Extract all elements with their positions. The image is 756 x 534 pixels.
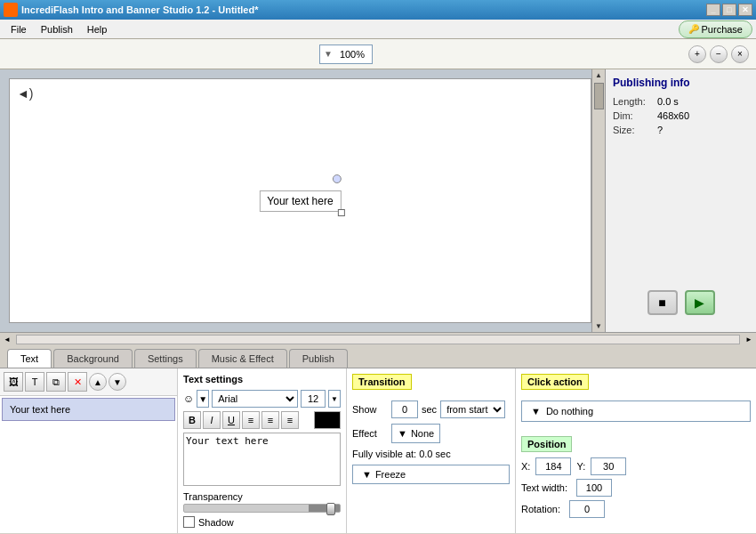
font-family-select[interactable]: Arial [212, 390, 298, 408]
purchase-button[interactable]: Purchase [679, 20, 752, 38]
effect-arrow-icon: ▼ [398, 428, 407, 439]
width-input[interactable] [576, 479, 612, 497]
align-center-button[interactable]: ≡ [261, 411, 279, 429]
y-input[interactable] [591, 457, 626, 475]
align-left-button[interactable]: ≡ [242, 411, 260, 429]
maximize-button[interactable]: □ [722, 4, 736, 16]
scroll-left-arrow[interactable]: ◄ [0, 334, 14, 345]
shadow-checkbox[interactable] [183, 516, 195, 528]
click-action-title: Click action [521, 374, 589, 390]
move-up-button[interactable]: ▲ [89, 373, 107, 391]
info-length-value: 0.0 s [657, 96, 679, 107]
x-input[interactable] [535, 457, 571, 475]
underline-button[interactable]: U [222, 411, 240, 429]
shadow-label: Shadow [198, 517, 234, 528]
font-size-arrow[interactable]: ▼ [328, 390, 341, 408]
text-settings-title: Text settings [183, 374, 341, 384]
play-button[interactable]: ▶ [685, 290, 715, 315]
font-type-dropdown[interactable]: ▼ [197, 390, 209, 408]
text-content: Your text here [267, 195, 333, 207]
info-dim-row: Dim: 468x60 [613, 110, 749, 121]
canvas-area: ◄) Your text here ▲ ▼ [0, 69, 605, 332]
show-sec-label: sec [422, 404, 437, 415]
stop-button[interactable]: ■ [647, 290, 678, 315]
canvas[interactable]: ◄) Your text here [9, 78, 591, 323]
add-text-button[interactable]: T [25, 372, 44, 392]
scrollbar-thumb[interactable] [594, 83, 604, 109]
zoom-reset-button[interactable]: × [731, 45, 749, 63]
transparency-label: Transparency [183, 491, 341, 502]
do-nothing-label: Do nothing [546, 406, 593, 417]
zoom-out-button[interactable]: − [710, 45, 728, 63]
transition-title: Transition [352, 374, 412, 390]
do-nothing-arrow-icon: ▼ [531, 406, 541, 417]
titlebar: IncrediFlash Intro and Banner Studio 1.2… [0, 0, 756, 20]
slider-thumb[interactable] [326, 503, 335, 515]
hscrollbar[interactable]: ◄ ► [0, 332, 756, 345]
freeze-label: Freeze [375, 469, 406, 480]
freeze-button[interactable]: ▼ Freeze [352, 465, 510, 484]
align-right-button[interactable]: ≡ [281, 411, 299, 429]
zoom-control[interactable]: ▼ 100% [319, 44, 373, 64]
visible-label: Fully visible at: 0.0 sec [352, 449, 451, 459]
items-toolbar: 🖼 T ⧉ ✕ ▲ ▼ [0, 368, 177, 396]
items-panel: 🖼 T ⧉ ✕ ▲ ▼ Your text here [0, 368, 178, 533]
toolbar: ▼ 100% + − × [0, 39, 756, 69]
close-button[interactable]: ✕ [738, 4, 752, 16]
do-nothing-button[interactable]: ▼ Do nothing [521, 400, 751, 422]
info-title: Publishing info [613, 77, 749, 89]
effect-row: Effect ▼ None [352, 424, 510, 443]
info-size-value: ? [657, 125, 663, 135]
info-size-label: Size: [613, 125, 657, 135]
menu-publish[interactable]: Publish [34, 22, 80, 36]
minimize-button[interactable]: _ [706, 4, 720, 16]
shadow-row: Shadow [183, 516, 341, 528]
text-color-button[interactable] [314, 411, 341, 429]
position-title: Position [521, 436, 572, 452]
menu-help[interactable]: Help [80, 22, 115, 36]
visible-at-row: Fully visible at: 0.0 sec [352, 449, 510, 459]
hscrollbar-track[interactable] [16, 335, 740, 344]
font-type-icon: ☺ [183, 392, 194, 405]
resize-handle[interactable] [338, 209, 345, 216]
y-label: Y: [576, 461, 585, 472]
tab-text[interactable]: Text [7, 349, 52, 368]
scroll-up-arrow[interactable]: ▲ [593, 69, 604, 81]
tab-music-effect[interactable]: Music & Effect [198, 349, 287, 368]
x-label: X: [521, 461, 530, 472]
delete-button[interactable]: ✕ [68, 372, 87, 392]
text-element[interactable]: Your text here [259, 190, 341, 212]
zoom-in-button[interactable]: + [688, 45, 706, 63]
tab-background[interactable]: Background [53, 349, 133, 368]
rotation-row: Rotation: [521, 500, 751, 518]
effect-label: Effect [352, 428, 388, 439]
menu-file[interactable]: File [4, 22, 34, 36]
effect-dropdown[interactable]: ▼ None [391, 424, 440, 443]
xy-row: X: Y: [521, 457, 751, 475]
list-item[interactable]: Your text here [2, 398, 175, 421]
zoom-value: 100% [336, 49, 368, 60]
rotation-input[interactable] [569, 500, 605, 518]
width-label: Text width: [521, 482, 567, 493]
scroll-right-arrow[interactable]: ► [742, 334, 756, 345]
none-label: None [411, 428, 434, 439]
duplicate-button[interactable]: ⧉ [46, 372, 66, 392]
info-dim-label: Dim: [613, 110, 657, 121]
from-start-select[interactable]: from start [440, 400, 505, 418]
tab-publish[interactable]: Publish [289, 349, 348, 368]
bold-button[interactable]: B [183, 411, 201, 429]
text-editor[interactable]: Your text here [183, 433, 341, 486]
app-title: IncrediFlash Intro and Banner Studio 1.2… [21, 4, 258, 15]
italic-button[interactable]: I [203, 411, 221, 429]
show-value-input[interactable] [391, 400, 418, 418]
rotate-handle[interactable] [333, 174, 342, 183]
transparency-slider[interactable] [183, 504, 341, 513]
font-size-input[interactable] [301, 390, 326, 408]
tab-settings[interactable]: Settings [134, 349, 197, 368]
canvas-vscrollbar[interactable]: ▲ ▼ [591, 69, 605, 332]
window-controls[interactable]: _ □ ✕ [706, 4, 752, 16]
add-image-button[interactable]: 🖼 [4, 372, 23, 392]
scroll-down-arrow[interactable]: ▼ [593, 320, 604, 332]
zoom-arrow-icon: ▼ [324, 49, 333, 59]
move-down-button[interactable]: ▼ [109, 373, 126, 391]
